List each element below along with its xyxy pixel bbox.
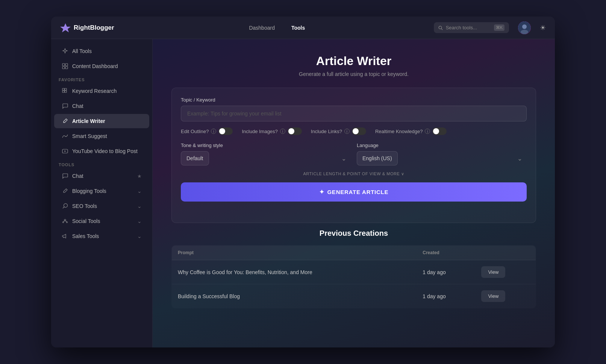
- edit-outline-toggle[interactable]: [218, 127, 233, 135]
- previous-section: Previous Creations Prompt Created Why Co…: [171, 229, 536, 308]
- svg-point-5: [521, 30, 528, 34]
- language-field-group: Language English (US): [357, 143, 527, 165]
- topic-input[interactable]: [181, 106, 527, 121]
- page-subtitle: Generate a full article using a topic or…: [171, 71, 536, 77]
- svg-rect-7: [65, 64, 68, 66]
- svg-line-2: [441, 29, 442, 30]
- form-section: Topic / Keyword Edit Outline? i Include …: [171, 88, 536, 223]
- svg-rect-10: [62, 88, 64, 90]
- generate-sparkle-icon: ✦: [319, 188, 324, 196]
- tone-select[interactable]: Default: [181, 151, 209, 165]
- table-row: Building a Successful Blog 1 day ago Vie…: [172, 284, 536, 308]
- created-cell-2: 1 day ago: [417, 284, 475, 308]
- sparkle-icon: [62, 48, 68, 55]
- sidebar-item-youtube[interactable]: YouTube Video to Blog Post: [54, 144, 149, 158]
- sidebar-item-all-tools[interactable]: All Tools: [54, 44, 149, 58]
- search-icon: [438, 25, 443, 30]
- favorites-label: FAVORITES: [51, 74, 152, 83]
- blogging-chevron-icon: ⌄: [137, 188, 142, 194]
- realtime-knowledge-info-icon[interactable]: i: [425, 129, 430, 134]
- sidebar-item-content-dashboard[interactable]: Content Dashboard: [54, 59, 149, 73]
- toggle-include-links: Include Links? i: [311, 127, 366, 135]
- table-row: Why Coffee is Good for You: Benefits, Nu…: [172, 260, 536, 284]
- language-label: Language: [357, 143, 527, 148]
- tools-label: TOOLS: [51, 159, 152, 168]
- svg-line-19: [63, 221, 65, 222]
- table-header-action: [475, 246, 536, 260]
- app-window: RightBlogger Dashboard Tools ⌘K ☀: [51, 17, 555, 347]
- created-cell-1: 1 day ago: [417, 260, 475, 284]
- signal-icon: [62, 133, 68, 140]
- svg-marker-15: [65, 150, 66, 152]
- prompt-cell-1: Why Coffee is Good for You: Benefits, Nu…: [172, 260, 417, 284]
- include-images-info-icon[interactable]: i: [280, 129, 285, 134]
- generate-button[interactable]: ✦ GENERATE ARTICLE: [181, 182, 527, 202]
- topic-label: Topic / Keyword: [181, 97, 527, 103]
- svg-point-17: [63, 222, 64, 223]
- previous-title: Previous Creations: [171, 229, 536, 238]
- selects-row: Tone & writing style Default Language En…: [181, 143, 527, 165]
- article-writer-icon: [62, 118, 68, 124]
- svg-rect-11: [62, 91, 64, 93]
- seo-chevron-icon: ⌄: [137, 203, 142, 209]
- social-chevron-icon: ⌄: [137, 218, 142, 224]
- logo: RightBlogger: [60, 23, 114, 33]
- table-header-prompt: Prompt: [172, 246, 417, 260]
- language-select[interactable]: English (US): [357, 151, 398, 165]
- seo-icon: [62, 203, 68, 209]
- include-images-toggle[interactable]: [288, 127, 302, 135]
- toggle-realtime-knowledge: Realtime Knowledge? i: [375, 127, 447, 135]
- header: RightBlogger Dashboard Tools ⌘K ☀: [51, 17, 555, 39]
- sales-chevron-icon: ⌄: [137, 233, 142, 239]
- sidebar-item-article-writer[interactable]: Article Writer: [54, 114, 149, 128]
- toggle-include-images: Include Images? i: [242, 127, 301, 135]
- theme-toggle-button[interactable]: ☀: [540, 24, 546, 32]
- view-action-cell-2: View: [475, 284, 536, 308]
- view-action-cell-1: View: [475, 260, 536, 284]
- view-button-2[interactable]: View: [481, 290, 505, 302]
- sidebar: All Tools Content Dashboard FAVORITES Ke…: [51, 39, 153, 347]
- sidebar-item-keyword-research[interactable]: Keyword Research: [54, 84, 149, 98]
- sidebar-item-seo-tools[interactable]: SEO Tools ⌄: [54, 199, 149, 213]
- svg-marker-0: [60, 23, 71, 32]
- edit-outline-info-icon[interactable]: i: [211, 129, 216, 134]
- table-header-created: Created: [417, 246, 475, 260]
- avatar[interactable]: [518, 21, 531, 34]
- svg-point-16: [64, 219, 66, 221]
- chat-star-icon: ★: [137, 173, 142, 179]
- include-links-info-icon[interactable]: i: [344, 129, 350, 134]
- megaphone-icon: [62, 233, 68, 240]
- sidebar-item-smart-suggest[interactable]: Smart Suggest: [54, 129, 149, 143]
- toggles-row: Edit Outline? i Include Images? i Includ…: [181, 127, 527, 135]
- nav-tools[interactable]: Tools: [284, 23, 312, 33]
- tone-label: Tone & writing style: [181, 143, 351, 148]
- realtime-knowledge-toggle[interactable]: [432, 127, 447, 135]
- include-links-toggle[interactable]: [352, 127, 366, 135]
- svg-rect-6: [62, 64, 65, 66]
- main-content: Article Writer Generate a full article u…: [153, 39, 555, 347]
- youtube-icon: [62, 148, 68, 155]
- blogging-icon: [62, 188, 68, 194]
- previous-creations-table: Prompt Created Why Coffee is Good for Yo…: [171, 245, 536, 308]
- sidebar-item-blogging-tools[interactable]: Blogging Tools ⌄: [54, 184, 149, 198]
- page-header: Article Writer Generate a full article u…: [171, 54, 536, 77]
- sidebar-item-chat-favorites[interactable]: Chat: [54, 99, 149, 113]
- svg-rect-12: [65, 88, 67, 90]
- prompt-cell-2: Building a Successful Blog: [172, 284, 417, 308]
- chat-fav-icon: [62, 103, 68, 109]
- social-icon: [62, 218, 68, 224]
- svg-line-20: [65, 221, 67, 222]
- svg-rect-8: [62, 67, 65, 69]
- tone-field-group: Tone & writing style Default: [181, 143, 351, 165]
- grid-icon: [62, 63, 68, 70]
- search-input[interactable]: [446, 25, 491, 30]
- view-button-1[interactable]: View: [481, 266, 505, 278]
- sidebar-item-chat-tools[interactable]: Chat ★: [54, 169, 149, 183]
- nav-dashboard[interactable]: Dashboard: [241, 23, 282, 33]
- sidebar-item-sales-tools[interactable]: Sales Tools ⌄: [54, 229, 149, 243]
- svg-point-18: [67, 222, 68, 223]
- expandable-link[interactable]: ARTICLE LENGTH & POINT OF VIEW & MORE ∨: [181, 171, 527, 176]
- keyword-icon: [62, 88, 68, 94]
- sidebar-item-social-tools[interactable]: Social Tools ⌄: [54, 214, 149, 228]
- language-select-wrapper: English (US): [357, 151, 527, 165]
